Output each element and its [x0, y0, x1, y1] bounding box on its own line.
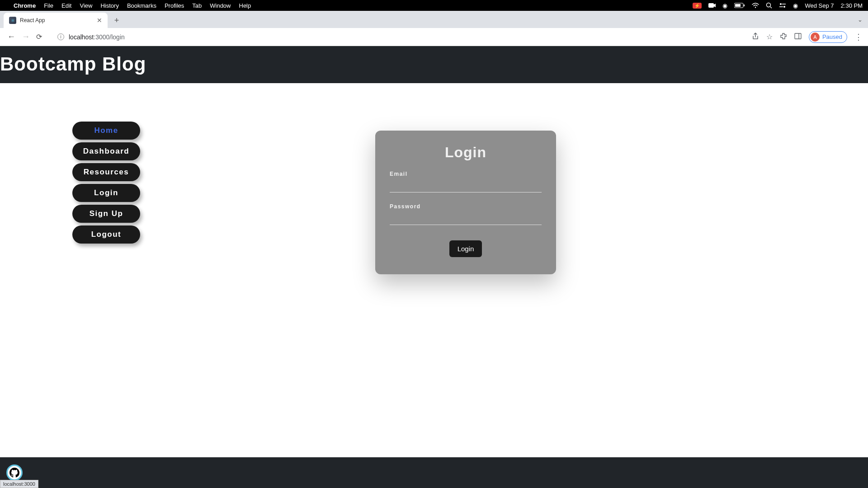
chrome-tabbar: ⚛ React App ✕ + ⌄	[0, 11, 868, 28]
github-icon	[9, 468, 19, 478]
siri-icon[interactable]: ◉	[793, 2, 798, 9]
browser-tab[interactable]: ⚛ React App ✕	[4, 13, 108, 28]
menu-edit[interactable]: Edit	[61, 2, 71, 9]
tablist-chevron-icon[interactable]: ⌄	[858, 16, 863, 23]
svg-point-7	[780, 3, 782, 5]
svg-point-9	[783, 6, 785, 8]
page-content: Bootcamp Blog Home Dashboard Resources L…	[0, 46, 868, 488]
search-icon[interactable]	[766, 2, 772, 9]
react-favicon-icon: ⚛	[9, 17, 16, 24]
app-body: Home Dashboard Resources Login Sign Up L…	[0, 83, 868, 457]
menubar-time[interactable]: 2:30 PM	[841, 2, 863, 9]
share-icon[interactable]	[752, 33, 759, 42]
reload-button[interactable]: ⟳	[36, 33, 42, 41]
nav-login[interactable]: Login	[72, 184, 140, 202]
menu-file[interactable]: File	[44, 2, 53, 9]
menubar-app-name[interactable]: Chrome	[14, 2, 36, 9]
wifi-icon[interactable]	[752, 3, 759, 8]
menu-help[interactable]: Help	[239, 2, 251, 9]
nav-home[interactable]: Home	[72, 122, 140, 140]
nav-logout[interactable]: Logout	[72, 225, 140, 244]
url-text: localhost:3000/login	[69, 33, 125, 41]
url-port: :3000	[94, 33, 109, 41]
menubar-right: ⚡ ◉ ◉ Wed Sep 7 2:30 PM	[693, 2, 863, 9]
menu-bookmarks[interactable]: Bookmarks	[127, 2, 156, 9]
screen-mirror-icon[interactable]: ◉	[722, 2, 727, 9]
macos-menubar: Chrome File Edit View History Bookmarks …	[0, 0, 868, 11]
status-bar: localhost:3000	[0, 480, 38, 488]
github-link[interactable]	[6, 465, 23, 481]
control-center-icon[interactable]	[779, 3, 786, 8]
menu-history[interactable]: History	[100, 2, 118, 9]
svg-rect-2	[735, 4, 741, 7]
new-tab-button[interactable]: +	[110, 14, 123, 27]
svg-rect-3	[744, 5, 745, 6]
app-header: Bootcamp Blog	[0, 46, 868, 83]
address-bar[interactable]: i localhost:3000/login	[53, 33, 748, 41]
chrome-addressbar: ← → ⟳ i localhost:3000/login ☆ A Paused …	[0, 28, 868, 46]
menu-profiles[interactable]: Profiles	[165, 2, 184, 9]
url-host: localhost	[69, 33, 94, 41]
email-input[interactable]	[390, 180, 542, 192]
addressbar-right: ☆ A Paused ⋮	[752, 31, 863, 43]
bookmark-star-icon[interactable]: ☆	[766, 33, 773, 41]
svg-line-6	[770, 7, 772, 8]
profile-avatar-icon: A	[811, 33, 820, 42]
svg-point-4	[755, 7, 756, 8]
forward-button[interactable]: →	[22, 32, 30, 42]
tab-title: React App	[20, 17, 93, 23]
chrome-menu-icon[interactable]: ⋮	[854, 32, 862, 42]
nav-dashboard[interactable]: Dashboard	[72, 142, 140, 160]
site-info-icon[interactable]: i	[57, 33, 64, 40]
login-card: Login Email Password Login	[375, 131, 556, 274]
password-input[interactable]	[390, 212, 542, 225]
svg-rect-0	[708, 3, 714, 8]
menubar-date[interactable]: Wed Sep 7	[805, 2, 834, 9]
menu-window[interactable]: Window	[210, 2, 231, 9]
sidebar-nav: Home Dashboard Resources Login Sign Up L…	[72, 122, 140, 244]
password-label: Password	[390, 203, 542, 210]
close-tab-icon[interactable]: ✕	[97, 17, 102, 24]
video-icon[interactable]	[708, 3, 716, 8]
battery-icon[interactable]	[734, 3, 745, 8]
menu-view[interactable]: View	[80, 2, 92, 9]
login-title: Login	[390, 144, 542, 161]
extensions-icon[interactable]	[780, 33, 787, 42]
back-button[interactable]: ←	[7, 32, 15, 42]
profile-badge[interactable]: A Paused	[809, 31, 847, 43]
email-label: Email	[390, 171, 542, 177]
sidepanel-icon[interactable]	[794, 33, 802, 41]
menubar-left: Chrome File Edit View History Bookmarks …	[5, 2, 251, 9]
nav-resources[interactable]: Resources	[72, 163, 140, 181]
site-title: Bootcamp Blog	[0, 53, 868, 75]
profile-status: Paused	[822, 33, 842, 40]
menu-tab[interactable]: Tab	[192, 2, 202, 9]
svg-rect-11	[795, 33, 801, 39]
nav-signup[interactable]: Sign Up	[72, 205, 140, 223]
battery-warning-icon[interactable]: ⚡	[693, 3, 702, 9]
url-path: /login	[109, 33, 124, 41]
nav-arrows: ← → ⟳	[5, 32, 45, 42]
svg-point-5	[767, 3, 771, 7]
app-footer: localhost:3000	[0, 457, 868, 488]
login-submit-button[interactable]: Login	[449, 240, 482, 257]
